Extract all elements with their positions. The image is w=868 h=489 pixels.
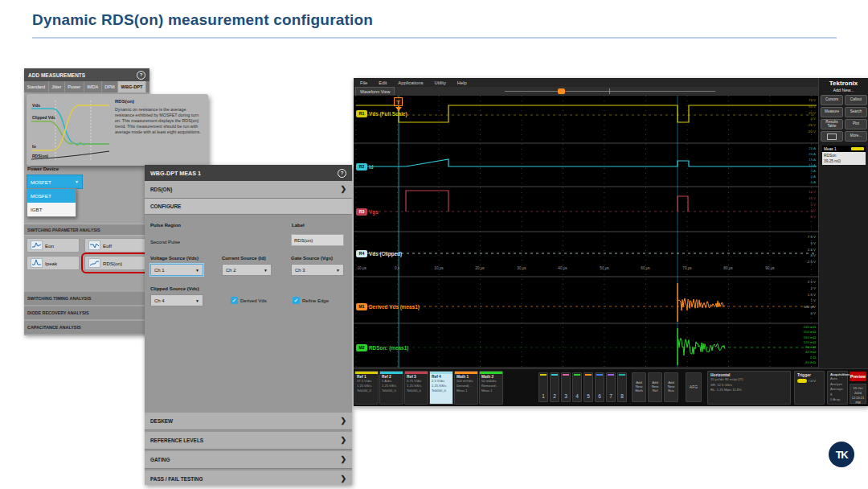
pulse-region-value[interactable]: Second Pulse [150,240,180,244]
scope-sidebar: Tektronix Add New... Cursors Callout Mea… [818,78,868,368]
diode-recovery-analysis-section[interactable]: DIODE RECOVERY ANALYSIS [24,306,149,321]
tab-dpm[interactable]: DPM [102,81,118,92]
derived-vds-checkbox[interactable]: ✓ [231,297,238,304]
current-source-select[interactable]: Ch 2▼ [222,264,272,276]
label-input[interactable]: RDS(on) [291,234,344,246]
search-button[interactable]: Search [845,107,867,117]
channel-badge-icon[interactable]: M2 [356,344,367,351]
derived-vds-checkbox-row: ✓ Derived Vds [231,297,267,304]
gating-section-row[interactable]: GATING❯ [145,451,352,469]
meas-badge-header: Meas 1 [822,146,866,152]
draw-box-button[interactable] [821,131,843,142]
scale-derived-vds: 2.5 V 2 V 1.5 V 1 V 500 mV 0 V [804,279,816,317]
channel-3-button[interactable]: 3 [561,372,571,402]
horizontal-position-slider[interactable] [558,88,565,94]
channel-badge-icon[interactable]: M1 [356,303,367,310]
reference-levels-section-row[interactable]: REFERENCE LEVELS❯ [145,432,352,450]
horizontal-badge[interactable]: Horizontal 10 μs/div 80 ns/pt (IT) SR: 1… [707,371,791,405]
tab-standard[interactable]: Standard [24,81,49,92]
datetime-display: 15 Oct 2024 12:20:21 PM [850,384,866,404]
trace-id[interactable] [356,159,817,166]
preview-button[interactable]: Preview [850,372,866,381]
channel-label-r4[interactable]: R4 Vds (Clipped) [356,249,402,257]
eoff-button[interactable]: Eoff [84,238,146,253]
trigger-flag[interactable]: T [394,97,403,106]
channel-label-m1[interactable]: M1 Derived Vds (meas1) [356,302,420,310]
channel-label-r1[interactable]: R1 Vds (Full Scale) [356,109,407,117]
channel-6-button[interactable]: 6 [595,372,604,402]
trace-rdson-burst[interactable] [678,339,725,355]
ref3-badge[interactable]: Ref 3 3.75 V/div 1.25 GS/s Tek000_0 [404,371,428,405]
channel-badge-icon[interactable]: R3 [356,208,367,216]
help-icon[interactable]: ? [137,71,145,80]
menu-file[interactable]: File [360,80,367,85]
eoff-waveform-icon [88,240,100,250]
horizontal-position-track[interactable] [505,91,715,92]
deskew-section-row[interactable]: DESKEW❯ [145,413,352,430]
waveform-display[interactable]: T R1 Vds (Full Scale) R2 Id R3 Vgs R4 Vd… [354,96,818,368]
channel-7-button[interactable]: 7 [606,372,616,402]
ref2-badge[interactable]: Ref 2 5 A/div 1.25 GS/s Tek000_0 [379,371,403,405]
channel-2-button[interactable]: 2 [550,372,559,402]
clipped-source-select[interactable]: Ch 4▼ [150,294,203,306]
tab-jitter[interactable]: Jitter [49,81,65,92]
channel-8-button[interactable]: 8 [617,372,627,402]
channel-badge-icon[interactable]: R1 [356,110,367,117]
power-device-dropdown[interactable]: MOSFET ▼ [27,175,83,189]
callout-button[interactable]: Callout [845,95,867,105]
pass-fail-testing-section-row[interactable]: PASS / FAIL TESTING❯ [145,471,352,485]
channel-1-button[interactable]: 1 [538,372,548,402]
gate-source-select[interactable]: Ch 3▼ [291,264,344,276]
results-table-button[interactable]: Results Table [821,119,843,129]
waveform-view-tab[interactable]: Waveform View [355,87,395,95]
rdson-section-row[interactable]: RDS(ON) ❯ [145,181,352,199]
channel-label-r2[interactable]: R2 Id [356,162,374,171]
add-measurements-header: ADD MEASUREMENTS ? [24,68,149,81]
option-mosfet[interactable]: MOSFET [27,189,76,203]
math1-badge[interactable]: Math 1 500 mV/div Derived(... Meas 1 [454,371,478,405]
menu-help[interactable]: Help [457,80,467,85]
switching-parameter-header[interactable]: SWITCHING PARAMETER ANALYSIS [24,224,149,236]
configure-section-row[interactable]: CONFIGURE [145,199,352,215]
afg-button[interactable]: AFG [686,372,702,402]
measurement-result-badge[interactable]: Meas 1 RDSon 39.25 mΩ [822,146,866,165]
option-igbt[interactable]: IGBT [27,203,76,216]
channel-4-button[interactable]: 4 [572,372,582,402]
voltage-source-select[interactable]: Ch 1▼ [150,264,203,276]
tab-wbg-dpt[interactable]: WBG-DPT [118,81,146,92]
menu-edit[interactable]: Edit [379,80,387,85]
cursors-button[interactable]: Cursors [821,95,843,105]
channel-label-r3[interactable]: R3 Vgs [356,208,379,216]
refine-edge-checkbox[interactable]: ✓ [293,297,300,304]
trace-vds-full-scale[interactable] [356,105,817,122]
acquisition-badge[interactable]: Acquisition Auto, Analyze Average: 8 0 A… [827,371,848,405]
channel-label-m2[interactable]: M2 RDSon: (meas1) [356,343,408,351]
capacitance-analysis-section[interactable]: CAPACITANCE ANALYSIS [24,321,149,335]
ref1-badge[interactable]: Ref 1 37.5 V/div 1.25 GS/s Tek000_0 [354,371,379,405]
menu-applications[interactable]: Applications [398,80,423,85]
help-icon[interactable]: ? [338,169,346,178]
tab-power[interactable]: Power [65,81,84,92]
switching-timing-analysis-section[interactable]: SWITCHING TIMING ANALYSIS [24,292,149,306]
add-new-math-button[interactable]: Add New Math [632,372,646,402]
math2-badge[interactable]: Math 2 50 mΩ/div Removed... Meas 1 [479,371,503,405]
channel-badge-icon[interactable]: R4 [356,250,367,257]
eon-button[interactable]: Eon [27,238,80,253]
add-new-bus-button[interactable]: Add New Bus [664,372,678,402]
ipeak-button[interactable]: Ipeak [27,256,80,270]
measure-button[interactable]: Measure [821,107,843,117]
rdson-button[interactable]: RDS(on) [84,256,146,270]
menu-utility[interactable]: Utility [435,80,446,85]
ref4-badge[interactable]: Ref 4 2.5 V/div 1.25 GS/s Tek000_0 [429,371,453,405]
trigger-badge[interactable]: Trigger / 0 V [794,371,825,405]
channel-5-button[interactable]: 5 [583,372,593,402]
voltage-source-label: Voltage Source (Vds) [150,256,199,261]
tab-imda[interactable]: IMDA [84,81,102,92]
trace-vgs-pulse2[interactable] [678,196,688,212]
more-button[interactable]: More... [845,131,867,142]
trace-vgs-pulse1[interactable] [406,191,448,212]
channel-badge-icon[interactable]: R2 [356,163,367,171]
trace-derived-vds-burst[interactable] [678,298,725,310]
add-new-ref-button[interactable]: Add New Ref [648,372,662,402]
plot-button[interactable]: Plot [845,119,867,129]
